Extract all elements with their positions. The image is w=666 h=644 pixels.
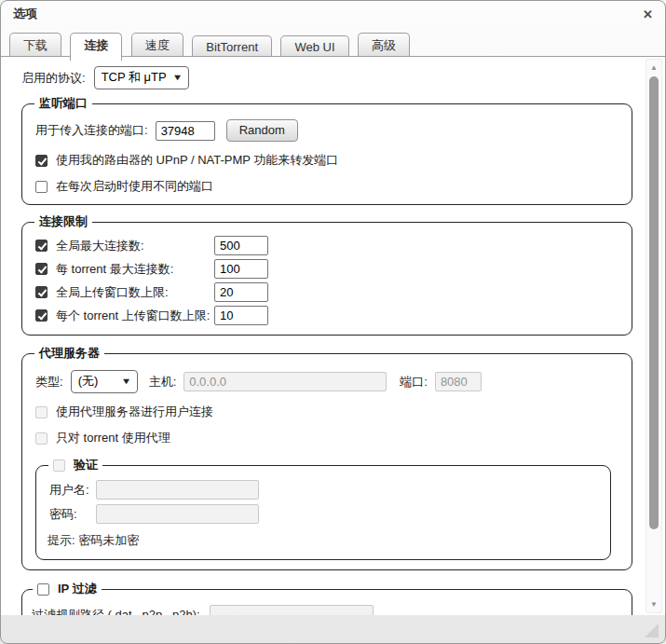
protocol-select-value: TCP 和 μTP: [102, 69, 167, 86]
options-dialog: 选项 ✕ 下载 连接 速度 BitTorrent Web UI 高级 启用的协议…: [0, 0, 666, 644]
max-uploads-per-torrent-checkbox[interactable]: [35, 309, 48, 322]
chevron-down-icon: ▼: [120, 377, 131, 386]
max-uploads-checkbox[interactable]: [35, 286, 48, 298]
max-connections-per-torrent-input[interactable]: [214, 259, 268, 279]
filter-path-label: 过滤规则路径 (.dat, .p2p, .p2b):: [32, 607, 200, 616]
max-connections-per-torrent-label: 每 torrent 最大连接数:: [56, 261, 214, 278]
password-unencrypted-note: 提示: 密码未加密: [48, 532, 599, 549]
proxy-host-label: 主机:: [149, 374, 177, 391]
tab-speed[interactable]: 速度: [131, 33, 183, 59]
connection-limits-fieldset: 连接限制 全局最大连接数: 每 torrent 最大连接数: 全局上传窗口数上限…: [21, 213, 632, 336]
listening-port-fieldset: 监听端口 用于传入连接的端口: Random 使用我的路由器的 UPnP / N…: [21, 95, 632, 205]
proxy-username-label: 用户名:: [49, 482, 96, 499]
proxy-host-input: [183, 372, 387, 391]
proxy-type-select-value: (无): [78, 373, 99, 390]
close-icon[interactable]: ✕: [643, 8, 653, 21]
ip-filter-legend: IP 过滤: [58, 581, 97, 597]
max-connections-checkbox[interactable]: [35, 240, 48, 252]
scroll-content: 启用的协议: TCP 和 μTP ▼ 监听端口 用于传入连接的端口: Rando…: [1, 57, 665, 615]
random-port-each-start-label: 在每次启动时使用不同的端口: [56, 178, 213, 195]
proxy-torrents-only-checkbox: [35, 432, 48, 445]
max-connections-label: 全局最大连接数:: [56, 238, 214, 254]
random-port-button[interactable]: Random: [226, 119, 298, 142]
proxy-peer-connections-checkbox: [35, 406, 48, 418]
proxy-server-fieldset: 代理服务器 类型: (无) ▼ 主机: 端口: 使用代理服务器进行用户连接: [21, 345, 632, 570]
protocol-select[interactable]: TCP 和 μTP ▼: [94, 66, 189, 89]
scroll-up-icon[interactable]: ▲: [646, 63, 661, 72]
proxy-auth-checkbox: [53, 459, 65, 472]
filter-path-input: [210, 605, 374, 615]
ip-filter-checkbox[interactable]: [37, 583, 49, 596]
max-uploads-per-torrent-label: 每个 torrent 上传窗口数上限:: [56, 308, 214, 324]
dialog-title: 选项: [13, 6, 643, 22]
tab-connection[interactable]: 连接: [70, 33, 122, 61]
max-uploads-per-torrent-input[interactable]: [214, 306, 268, 325]
random-port-each-start-checkbox[interactable]: [35, 181, 48, 193]
max-connections-input[interactable]: [214, 236, 268, 255]
proxy-password-input: [96, 504, 259, 524]
tab-download[interactable]: 下载: [9, 33, 61, 59]
max-connections-per-torrent-checkbox[interactable]: [35, 263, 48, 275]
tab-panel-connection: 启用的协议: TCP 和 μTP ▼ 监听端口 用于传入连接的端口: Rando…: [1, 56, 665, 615]
dialog-titlebar: 选项 ✕: [1, 1, 665, 27]
vertical-scrollbar[interactable]: ▲ ▼: [646, 59, 662, 613]
upnp-label: 使用我的路由器的 UPnP / NAT-PMP 功能来转发端口: [56, 152, 338, 169]
proxy-port-input: [435, 372, 482, 391]
max-uploads-input[interactable]: [214, 282, 268, 302]
incoming-port-label: 用于传入连接的端口:: [35, 122, 148, 139]
incoming-port-input[interactable]: [156, 121, 215, 141]
listening-port-legend: 监听端口: [34, 95, 92, 112]
resize-handle-icon[interactable]: [645, 623, 659, 637]
proxy-type-label: 类型:: [35, 374, 63, 391]
proxy-username-input: [96, 480, 259, 500]
proxy-auth-fieldset: 验证 用户名: 密码: 提示: 密码未加密: [35, 457, 611, 560]
proxy-auth-legend: 验证: [74, 457, 98, 473]
upnp-checkbox[interactable]: [35, 155, 48, 167]
dialog-footer: [1, 615, 665, 643]
tab-advanced[interactable]: 高级: [358, 33, 410, 59]
proxy-type-select[interactable]: (无) ▼: [71, 370, 138, 393]
chevron-down-icon: ▼: [171, 73, 183, 82]
proxy-server-legend: 代理服务器: [34, 345, 104, 362]
protocol-label: 启用的协议:: [21, 70, 86, 87]
scroll-down-icon[interactable]: ▼: [646, 600, 661, 609]
proxy-port-label: 端口:: [400, 374, 428, 391]
ip-filter-fieldset: IP 过滤 过滤规则路径 (.dat, .p2p, .p2b): 匹配 trac…: [21, 581, 632, 615]
connection-limits-legend: 连接限制: [34, 213, 92, 230]
proxy-password-label: 密码:: [49, 506, 96, 523]
tab-strip: 下载 连接 速度 BitTorrent Web UI 高级: [1, 27, 665, 56]
proxy-peer-connections-label: 使用代理服务器进行用户连接: [56, 404, 213, 420]
scrollbar-thumb[interactable]: [649, 76, 659, 529]
max-uploads-label: 全局上传窗口数上限:: [56, 284, 214, 301]
proxy-torrents-only-label: 只对 torrent 使用代理: [56, 430, 170, 446]
